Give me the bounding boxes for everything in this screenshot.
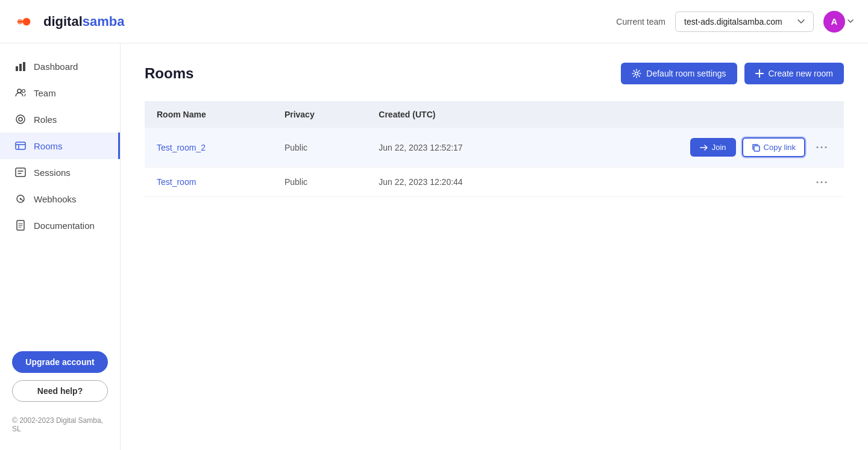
- more-icon: [816, 181, 827, 184]
- docs-icon: [14, 219, 27, 231]
- svg-rect-4: [19, 64, 22, 71]
- default-room-settings-button[interactable]: Default room settings: [621, 63, 737, 84]
- privacy-cell: Public: [272, 167, 366, 197]
- col-created: Created (UTC): [366, 101, 555, 128]
- svg-rect-15: [754, 146, 760, 151]
- svg-point-20: [821, 181, 823, 183]
- more-options-button[interactable]: [811, 178, 832, 186]
- svg-point-0: [23, 17, 31, 25]
- logo: digitalsamba: [14, 13, 125, 30]
- svg-point-21: [825, 181, 827, 183]
- sidebar: Dashboard Team Roles Rooms: [0, 43, 121, 450]
- content-area: Rooms Default room settings Create new r…: [121, 43, 868, 450]
- upgrade-account-button[interactable]: Upgrade account: [12, 351, 108, 373]
- sidebar-item-sessions[interactable]: Sessions: [0, 159, 120, 186]
- copyright-text: © 2002-2023 Digital Samba, SL: [0, 411, 120, 440]
- copy-link-button[interactable]: Copy link: [742, 137, 805, 157]
- sidebar-bottom-section: Upgrade account Need help? © 2002-2023 D…: [0, 342, 120, 440]
- privacy-cell: Public: [272, 128, 366, 167]
- col-actions: [555, 101, 844, 128]
- sidebar-item-roles[interactable]: Roles: [0, 106, 120, 133]
- created-cell: Jun 22, 2023 12:20:44: [366, 167, 555, 197]
- webhooks-icon: [14, 193, 27, 205]
- rooms-table: Room Name Privacy Created (UTC) Test_roo…: [145, 101, 844, 197]
- row-actions: [567, 178, 832, 186]
- header-actions: Default room settings Create new room: [621, 63, 844, 84]
- copy-icon: [752, 143, 760, 152]
- svg-point-9: [19, 117, 22, 121]
- actions-cell: [555, 167, 844, 197]
- sidebar-item-label: Webhooks: [34, 194, 77, 204]
- join-button[interactable]: Join: [690, 138, 736, 157]
- table-row: Test_room_2 Public Jun 22, 2023 12:52:17…: [145, 128, 844, 167]
- sidebar-item-label: Roles: [34, 114, 57, 125]
- sidebar-item-label: Team: [34, 88, 56, 98]
- svg-point-18: [825, 146, 827, 148]
- roles-icon: [14, 113, 27, 125]
- svg-rect-5: [23, 62, 25, 71]
- avatar-wrapper[interactable]: A: [823, 11, 854, 33]
- header: digitalsamba Current team test-ads.digit…: [0, 0, 868, 43]
- row-actions: Join Copy link: [567, 137, 832, 157]
- sidebar-item-team[interactable]: Team: [0, 80, 120, 106]
- chevron-down-icon: [848, 19, 854, 23]
- create-new-room-label: Create new room: [769, 69, 833, 78]
- plus-icon: [755, 69, 764, 78]
- people-icon: [14, 87, 27, 99]
- join-icon: [700, 144, 708, 151]
- sidebar-item-webhooks[interactable]: Webhooks: [0, 186, 120, 212]
- svg-point-12: [20, 198, 22, 200]
- more-icon: [816, 146, 827, 149]
- sidebar-item-dashboard[interactable]: Dashboard: [0, 53, 120, 80]
- room-name-cell: Test_room_2: [145, 128, 272, 167]
- create-new-room-button[interactable]: Create new room: [744, 63, 844, 84]
- bar-chart-icon: [14, 60, 27, 72]
- table-header-row: Room Name Privacy Created (UTC): [145, 101, 844, 128]
- svg-point-7: [22, 90, 25, 93]
- header-right: Current team test-ads.digitalsamba.com A: [616, 11, 854, 33]
- svg-point-8: [16, 115, 25, 123]
- svg-rect-3: [16, 66, 18, 71]
- copy-link-label: Copy link: [764, 143, 796, 152]
- sidebar-item-label: Rooms: [34, 141, 63, 151]
- page-title: Rooms: [145, 65, 193, 82]
- current-team-label: Current team: [616, 17, 665, 27]
- room-link-test-room[interactable]: Test_room: [157, 177, 196, 187]
- logo-text: digitalsamba: [43, 14, 125, 30]
- svg-point-19: [817, 181, 819, 183]
- room-name-cell: Test_room: [145, 167, 272, 197]
- col-room-name: Room Name: [145, 101, 272, 128]
- sidebar-actions: Upgrade account Need help?: [0, 342, 120, 411]
- sidebar-item-label: Sessions: [34, 167, 71, 178]
- sidebar-item-rooms[interactable]: Rooms: [0, 133, 120, 159]
- sidebar-nav: Dashboard Team Roles Rooms: [0, 53, 120, 239]
- svg-point-17: [821, 146, 823, 148]
- need-help-button[interactable]: Need help?: [12, 380, 108, 402]
- svg-point-14: [635, 72, 638, 75]
- actions-cell: Join Copy link: [555, 128, 844, 167]
- svg-point-16: [817, 146, 819, 148]
- svg-rect-11: [16, 168, 25, 177]
- rooms-icon: [14, 140, 27, 152]
- team-selector[interactable]: test-ads.digitalsamba.com: [675, 11, 814, 32]
- sidebar-item-label: Dashboard: [34, 61, 78, 72]
- col-privacy: Privacy: [272, 101, 366, 128]
- content-header: Rooms Default room settings Create new r…: [145, 63, 844, 84]
- svg-rect-10: [16, 142, 25, 149]
- chevron-down-icon: [797, 19, 805, 24]
- default-room-settings-label: Default room settings: [646, 69, 726, 78]
- main-layout: Dashboard Team Roles Rooms: [0, 43, 868, 450]
- created-cell: Jun 22, 2023 12:52:17: [366, 128, 555, 167]
- avatar[interactable]: A: [823, 11, 845, 33]
- table-row: Test_room Public Jun 22, 2023 12:20:44: [145, 167, 844, 197]
- sidebar-item-documentation[interactable]: Documentation: [0, 212, 120, 239]
- gear-icon: [632, 69, 641, 78]
- sessions-icon: [14, 166, 27, 178]
- more-options-button[interactable]: [811, 143, 832, 151]
- logo-svg-icon: [14, 13, 39, 30]
- sidebar-item-label: Documentation: [34, 220, 95, 231]
- join-label: Join: [712, 143, 726, 152]
- room-link-test-room-2[interactable]: Test_room_2: [157, 143, 206, 152]
- svg-point-6: [17, 89, 21, 93]
